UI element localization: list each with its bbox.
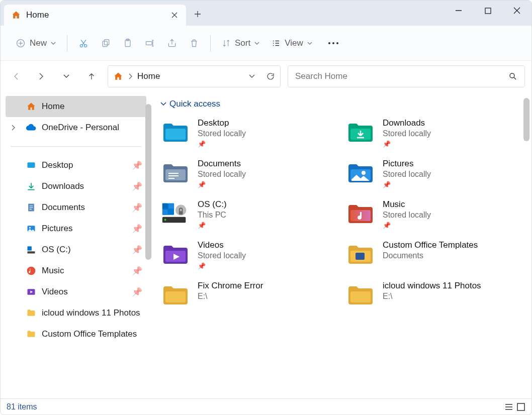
thumbnails-view-button[interactable]: [516, 402, 525, 411]
paste-button[interactable]: [118, 32, 138, 54]
sidebar-item-home[interactable]: Home: [6, 96, 146, 117]
quick-access-header[interactable]: Quick access: [160, 99, 522, 109]
close-window-button[interactable]: [502, 1, 531, 21]
item-os-c[interactable]: OS (C:)This PC📌: [160, 199, 337, 229]
item-documents[interactable]: DocumentsStored locally📌: [160, 159, 337, 188]
pin-icon: 📌: [132, 224, 142, 234]
refresh-button[interactable]: [266, 72, 275, 81]
pin-icon: 📌: [132, 160, 142, 171]
cut-button[interactable]: [73, 32, 94, 54]
item-music[interactable]: MusicStored locally📌: [345, 199, 522, 229]
svg-rect-6: [105, 39, 109, 45]
toolbar: New Sort View: [1, 26, 531, 61]
separator: [11, 146, 141, 147]
content-scrollbar[interactable]: [523, 98, 529, 141]
folder-documents-icon: [160, 159, 191, 186]
folder-icon: [26, 307, 37, 319]
pin-icon: 📌: [198, 222, 227, 229]
sidebar-item-onedrive[interactable]: OneDrive - Personal: [1, 117, 151, 138]
minimize-button[interactable]: [444, 1, 473, 21]
chevron-down-icon: [51, 42, 56, 45]
item-templates[interactable]: Custom Office TemplatesDocuments: [345, 240, 522, 270]
chevron-down-icon: [254, 42, 259, 45]
search-bar[interactable]: [288, 65, 525, 87]
svg-point-13: [510, 73, 514, 78]
title-bar: Home: [1, 1, 531, 26]
sidebar-item-pictures[interactable]: Pictures📌: [1, 218, 151, 239]
home-icon: [11, 10, 21, 20]
chevron-right-icon[interactable]: [11, 125, 16, 131]
folder-icon: [160, 281, 191, 308]
folder-music-icon: [345, 199, 376, 227]
sidebar-item-os-c[interactable]: OS (C:)📌: [1, 239, 151, 260]
details-view-button[interactable]: [504, 402, 513, 411]
sidebar-item-downloads[interactable]: Downloads📌: [1, 176, 151, 197]
search-icon[interactable]: [508, 72, 517, 81]
item-pictures[interactable]: PicturesStored locally📌: [345, 159, 522, 188]
sidebar-scrollbar[interactable]: [145, 104, 151, 260]
up-button[interactable]: [82, 67, 101, 85]
svg-rect-14: [28, 162, 35, 168]
svg-rect-9: [146, 41, 152, 45]
sort-button[interactable]: Sort: [217, 32, 264, 54]
new-tab-button[interactable]: [186, 3, 209, 26]
chevron-down-icon: [160, 102, 166, 106]
svg-point-11: [332, 42, 334, 44]
breadcrumb-sep: [128, 73, 132, 79]
sidebar-item-desktop[interactable]: Desktop📌: [1, 155, 151, 176]
status-bar: 81 items: [1, 398, 531, 414]
svg-rect-22: [165, 129, 186, 140]
window-controls: [444, 1, 531, 21]
svg-point-26: [362, 171, 366, 175]
new-button[interactable]: New: [11, 32, 61, 54]
svg-rect-19: [28, 251, 35, 253]
breadcrumb[interactable]: Home: [137, 71, 160, 81]
folder-desktop-icon: [160, 118, 191, 145]
svg-rect-5: [103, 41, 107, 46]
sidebar-item-music[interactable]: Music📌: [1, 260, 151, 281]
home-icon: [113, 71, 123, 81]
download-icon: [26, 181, 37, 192]
status-text: 81 items: [7, 402, 37, 411]
delete-button[interactable]: [184, 32, 204, 54]
search-input[interactable]: [295, 71, 508, 81]
active-tab[interactable]: Home: [4, 5, 186, 26]
sidebar-item-videos[interactable]: Videos📌: [1, 281, 151, 302]
svg-rect-18: [28, 246, 32, 250]
item-fix-chrome[interactable]: Fix Chrome ErrorE:\: [160, 281, 337, 308]
maximize-button[interactable]: [473, 1, 502, 21]
item-desktop[interactable]: DesktopStored locally📌: [160, 118, 337, 148]
pin-icon: 📌: [132, 202, 142, 213]
address-dropdown[interactable]: [249, 74, 255, 78]
back-button[interactable]: [7, 67, 25, 85]
forward-button[interactable]: [32, 67, 50, 85]
more-button[interactable]: [323, 32, 343, 54]
address-bar[interactable]: Home: [108, 65, 281, 87]
item-videos[interactable]: VideosStored locally📌: [160, 240, 337, 270]
sidebar-item-documents[interactable]: Documents📌: [1, 197, 151, 218]
music-icon: [26, 265, 37, 276]
item-downloads[interactable]: DownloadsStored locally📌: [345, 118, 522, 148]
folder-videos-icon: [160, 240, 191, 267]
folder-icon: [345, 281, 376, 308]
svg-rect-40: [350, 291, 371, 302]
recent-dropdown[interactable]: [57, 67, 75, 85]
sidebar-item-icloud[interactable]: icloud windows 11 Photos: [1, 302, 151, 324]
main-area: Home OneDrive - Personal Desktop📌 Downlo…: [1, 92, 531, 398]
home-icon: [26, 101, 37, 112]
copy-button[interactable]: [96, 32, 116, 54]
drive-icon: [160, 199, 191, 227]
view-button[interactable]: View: [267, 32, 317, 54]
svg-rect-30: [162, 210, 168, 215]
sort-icon: [222, 39, 231, 48]
rename-button[interactable]: [140, 32, 160, 54]
item-icloud-photos[interactable]: icloud windows 11 PhotosE:\: [345, 281, 522, 308]
separator: [67, 35, 67, 51]
sidebar-item-templates[interactable]: Custom Office Templates: [1, 324, 151, 345]
svg-point-12: [336, 42, 338, 44]
sidebar: Home OneDrive - Personal Desktop📌 Downlo…: [1, 92, 151, 398]
content-pane: Quick access DesktopStored locally📌 Down…: [151, 92, 531, 398]
desktop-icon: [26, 160, 37, 171]
share-button[interactable]: [162, 32, 182, 54]
close-tab-icon[interactable]: [170, 11, 179, 20]
